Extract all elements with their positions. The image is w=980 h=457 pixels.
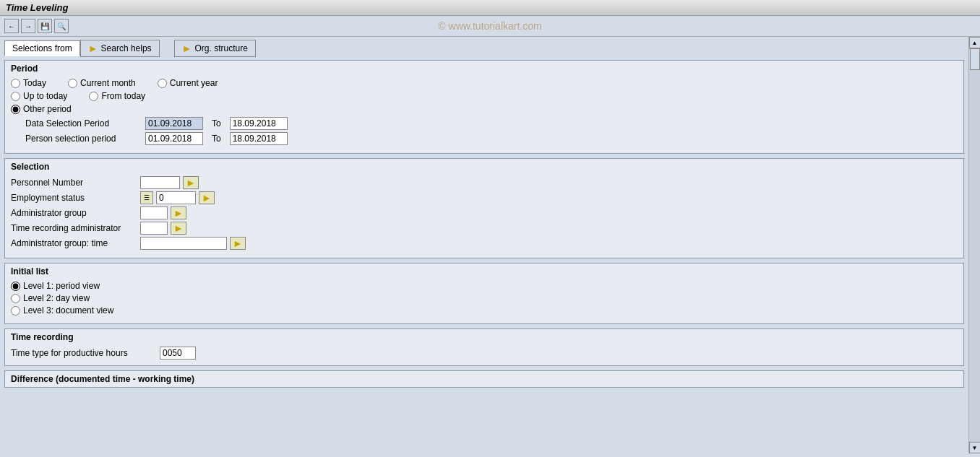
- level2-label: Level 2: day view: [23, 293, 90, 303]
- administrator-group-arrow-icon: ►: [173, 207, 184, 219]
- employment-status-input[interactable]: [156, 191, 196, 204]
- personnel-number-row: Personnel Number ►: [11, 176, 958, 189]
- scroll-up-button[interactable]: ▲: [969, 37, 981, 48]
- forward-button[interactable]: →: [21, 19, 35, 33]
- time-recording-admin-label: Time recording administrator: [11, 223, 137, 233]
- title-bar: Time Leveling: [0, 0, 980, 16]
- period-section-title: Period: [11, 64, 958, 74]
- tab-org-structure[interactable]: ► Org. structure: [174, 40, 256, 57]
- save-button[interactable]: 💾: [38, 19, 52, 33]
- data-selection-period-label: Data Selection Period: [25, 118, 141, 129]
- employment-status-label: Employment status: [11, 193, 137, 203]
- time-recording-admin-row: Time recording administrator ►: [11, 222, 958, 235]
- time-type-row: Time type for productive hours: [11, 347, 958, 360]
- radio-current-month-label: Current month: [80, 78, 136, 88]
- selection-section: Selection Personnel Number ► Employment …: [4, 158, 964, 258]
- search-helps-label: Search helps: [101, 43, 152, 53]
- back-button[interactable]: ←: [4, 19, 19, 33]
- person-selection-period-label: Person selection period: [25, 134, 141, 144]
- selection-section-title: Selection: [11, 162, 958, 172]
- level1-label: Level 1: period view: [23, 281, 100, 291]
- administrator-group-time-arrow-icon: ►: [233, 238, 243, 249]
- person-selection-period-row: Person selection period To: [25, 132, 958, 145]
- administrator-group-label: Administrator group: [11, 208, 137, 218]
- period-radio-row-1: Today Current month Current year: [11, 78, 958, 88]
- initial-list-section: Initial list Level 1: period view Level …: [4, 263, 964, 324]
- administrator-group-time-input[interactable]: [140, 237, 227, 250]
- level2-radio-item: Level 2: day view: [11, 293, 958, 303]
- employment-status-icon-btn[interactable]: ☰: [140, 191, 153, 204]
- personnel-number-arrow-icon: ►: [186, 177, 196, 188]
- scroll-thumb[interactable]: [970, 48, 980, 70]
- scrollbar: ▲ ▼: [968, 37, 980, 453]
- administrator-group-time-label: Administrator group: time: [11, 238, 137, 248]
- personnel-number-arrow-btn[interactable]: ►: [183, 176, 199, 189]
- period-radio-row-2: Up to today From today: [11, 91, 958, 101]
- level3-radio[interactable]: [11, 306, 20, 315]
- period-section: Period Today Current month Current year: [4, 60, 964, 154]
- scroll-down-button[interactable]: ▼: [969, 442, 981, 453]
- level2-radio[interactable]: [11, 294, 20, 303]
- radio-today[interactable]: [11, 79, 20, 88]
- radio-other-period-label: Other period: [23, 104, 72, 114]
- radio-current-month[interactable]: [68, 79, 77, 88]
- data-selection-from-input[interactable]: [145, 117, 203, 130]
- search-helps-arrow-icon: ►: [88, 43, 98, 54]
- time-type-input[interactable]: [160, 347, 196, 360]
- radio-current-year-item: Current year: [158, 78, 218, 88]
- main-content: Selections from ► Search helps ► Org. st…: [0, 37, 980, 453]
- data-selection-period-row: Data Selection Period To: [25, 117, 958, 130]
- level3-radio-item: Level 3: document view: [11, 305, 958, 315]
- employment-status-arrow-icon: ►: [202, 192, 212, 204]
- difference-section: Difference (documented time - working ti…: [4, 370, 964, 388]
- find-button[interactable]: 🔍: [54, 19, 69, 33]
- radio-current-year-label: Current year: [170, 78, 218, 88]
- radio-today-item: Today: [11, 78, 46, 88]
- radio-current-year[interactable]: [158, 79, 167, 88]
- person-selection-from-input[interactable]: [145, 132, 203, 145]
- radio-from-today-label: From today: [101, 91, 145, 101]
- tab-selections-from[interactable]: Selections from: [4, 40, 80, 56]
- radio-up-to-today[interactable]: [11, 92, 20, 101]
- scroll-track: [969, 48, 980, 442]
- page-title: Time Leveling: [6, 2, 68, 13]
- time-recording-admin-input[interactable]: [140, 222, 168, 235]
- radio-from-today-item: From today: [89, 91, 145, 101]
- time-recording-section-title: Time recording: [11, 332, 958, 342]
- administrator-group-input[interactable]: [140, 206, 168, 219]
- level1-radio-item: Level 1: period view: [11, 281, 958, 291]
- radio-current-month-item: Current month: [68, 78, 136, 88]
- toolbar: ← → 💾 🔍 © www.tutorialkart.com: [0, 16, 980, 37]
- person-selection-to-input[interactable]: [230, 132, 288, 145]
- data-selection-to-input[interactable]: [230, 117, 288, 130]
- time-recording-admin-arrow-icon: ►: [173, 222, 184, 234]
- radio-other-period[interactable]: [11, 105, 20, 114]
- administrator-group-arrow-btn[interactable]: ►: [171, 206, 186, 219]
- radio-up-to-today-item: Up to today: [11, 91, 67, 101]
- watermark: © www.tutorialkart.com: [438, 20, 541, 32]
- difference-section-title: Difference (documented time - working ti…: [11, 374, 194, 384]
- administrator-group-time-row: Administrator group: time ►: [11, 237, 958, 250]
- radio-other-period-item: Other period: [11, 104, 958, 114]
- org-structure-label: Org. structure: [194, 43, 247, 53]
- level1-radio[interactable]: [11, 282, 20, 291]
- time-type-label: Time type for productive hours: [11, 348, 155, 358]
- person-selection-to-label: To: [212, 134, 221, 144]
- content-area: Selections from ► Search helps ► Org. st…: [0, 37, 968, 453]
- administrator-group-time-arrow-btn[interactable]: ►: [230, 237, 246, 250]
- tab-bar: Selections from ► Search helps ► Org. st…: [4, 40, 964, 57]
- selections-from-label: Selections from: [12, 43, 72, 53]
- employment-status-row: Employment status ☰ ►: [11, 191, 958, 204]
- employment-status-arrow-btn[interactable]: ►: [199, 191, 215, 204]
- data-selection-to-label: To: [212, 118, 221, 129]
- radio-from-today[interactable]: [89, 92, 98, 101]
- administrator-group-row: Administrator group ►: [11, 206, 958, 219]
- personnel-number-input[interactable]: [140, 176, 180, 189]
- radio-up-to-today-label: Up to today: [23, 91, 67, 101]
- tab-search-helps[interactable]: ► Search helps: [80, 40, 160, 57]
- personnel-number-label: Personnel Number: [11, 178, 137, 188]
- time-recording-admin-arrow-btn[interactable]: ►: [171, 222, 186, 235]
- period-fields: Data Selection Period To Person selectio…: [25, 117, 958, 145]
- radio-today-label: Today: [23, 78, 46, 88]
- level3-label: Level 3: document view: [23, 305, 113, 315]
